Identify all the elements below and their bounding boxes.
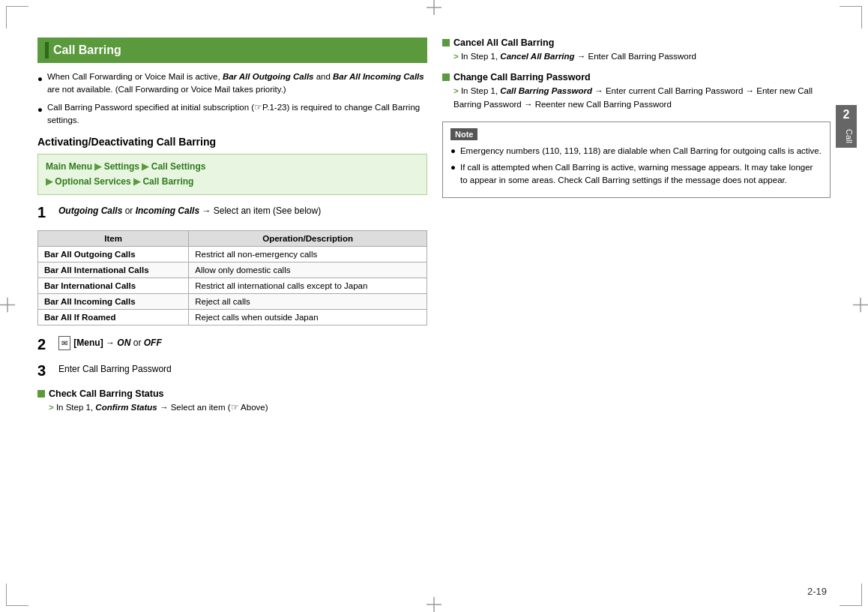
change-password-section: Change Call Barring Password > In Step 1…: [442, 72, 831, 111]
left-column: Call Barring ● When Call Forwarding or V…: [37, 38, 427, 582]
menu-icon: ✉: [58, 336, 70, 350]
side-mark-left: [0, 298, 15, 315]
step-2: 2 ✉ [Menu] → ON or OFF: [37, 336, 427, 353]
step-1: 1 Outgoing Calls or Incoming Calls → Sel…: [37, 204, 427, 221]
table-cell-desc-4: Reject all calls: [189, 293, 427, 309]
bullet-text-1: When Call Forwarding or Voice Mail is ac…: [47, 70, 427, 97]
table-cell-item-2: Bar All International Calls: [38, 262, 189, 278]
step-2-number: 2: [37, 336, 51, 353]
note-header: Note: [450, 128, 477, 140]
menu-path-optional: Optional Services: [55, 176, 130, 187]
right-column: Cancel All Call Barring > In Step 1, Can…: [442, 38, 831, 582]
table-header-operation: Operation/Description: [189, 230, 427, 246]
step-2-arrow: →: [106, 338, 117, 348]
table-row: Bar All International Calls Allow only d…: [38, 262, 427, 278]
step-3-number: 3: [37, 362, 51, 380]
bullet-dot-2: ●: [37, 104, 43, 128]
note-bullet-2: ●: [450, 161, 456, 188]
sq-bullet-check: [37, 390, 45, 398]
step-1-content: Outgoing Calls or Incoming Calls → Selec…: [58, 204, 427, 218]
bullet-text-2: Call Barring Password specified at initi…: [47, 101, 427, 128]
note-text-2: If call is attempted when Call Barring i…: [460, 161, 822, 188]
activating-heading: Activating/Deactivating Call Barring: [37, 136, 427, 148]
note-item-1: ● Emergency numbers (110, 119, 118) are …: [450, 145, 822, 158]
or-label-2: or: [133, 338, 144, 348]
change-password-title: Change Call Barring Password: [453, 72, 591, 82]
or-label-1: or: [125, 206, 136, 216]
page-container: 2 Call 2-19 Call Barring ● When Call For…: [0, 0, 868, 612]
note-bullet-1: ●: [450, 145, 456, 158]
change-password-content: > In Step 1, Call Barring Password → Ent…: [442, 85, 831, 111]
note-text-1: Emergency numbers (110, 119, 118) are di…: [460, 145, 822, 158]
table-cell-item-1: Bar All Outgoing Calls: [38, 246, 189, 262]
cancel-barring-header: Cancel All Call Barring: [442, 38, 831, 48]
table-row: Bar International Calls Restrict all int…: [38, 278, 427, 293]
cancel-barring-title: Cancel All Call Barring: [453, 38, 554, 48]
table-cell-desc-1: Restrict all non-emergency calls: [189, 246, 427, 262]
on-label: ON: [117, 338, 130, 348]
incoming-calls-label: Incoming Calls: [136, 206, 199, 216]
chapter-indicator: 2 Call: [836, 105, 857, 148]
corner-mark-br: [840, 584, 862, 606]
title-bar: Call Barring: [37, 38, 427, 63]
chapter-number: 2: [836, 105, 857, 124]
change-password-header: Change Call Barring Password: [442, 72, 831, 82]
cancel-barring-section: Cancel All Call Barring > In Step 1, Can…: [442, 38, 831, 63]
bullet-item-2: ● Call Barring Password specified at ini…: [37, 101, 427, 128]
corner-mark-tl: [6, 6, 28, 28]
table-row: Bar All Outgoing Calls Restrict all non-…: [38, 246, 427, 262]
table-cell-desc-2: Allow only domestic calls: [189, 262, 427, 278]
content-area: Call Barring ● When Call Forwarding or V…: [37, 38, 831, 582]
bullet-section: ● When Call Forwarding or Voice Mail is …: [37, 70, 427, 127]
table-cell-desc-5: Reject calls when outside Japan: [189, 309, 427, 325]
sq-bullet-change: [442, 74, 450, 81]
corner-mark-tr: [840, 6, 862, 28]
menu-path-call-barring: Call Barring: [142, 176, 193, 187]
note-box: Note ● Emergency numbers (110, 119, 118)…: [442, 122, 831, 198]
chapter-label: Call: [836, 124, 857, 148]
bullet-dot-1: ●: [37, 73, 43, 97]
check-status-section: Check Call Barring Status > In Step 1, C…: [37, 388, 427, 414]
step-1-number: 1: [37, 204, 51, 221]
menu-path-bar: Main Menu ▶ Settings ▶ Call Settings ▶ O…: [37, 154, 427, 195]
bullet-item-1: ● When Call Forwarding or Voice Mail is …: [37, 70, 427, 97]
cancel-barring-content: > In Step 1, Cancel All Barring → Enter …: [442, 50, 831, 63]
sq-bullet-cancel: [442, 39, 450, 46]
menu-path-main: Main Menu: [46, 161, 92, 172]
side-mark-right: [853, 298, 868, 315]
check-status-content: > In Step 1, Confirm Status → Select an …: [37, 401, 427, 414]
note-item-2: ● If call is attempted when Call Barring…: [450, 161, 822, 188]
title-accent: [45, 42, 49, 58]
table-header-item: Item: [38, 230, 189, 246]
center-mark-top: [427, 0, 441, 15]
step-3-content: Enter Call Barring Password: [58, 362, 427, 376]
table-cell-item-5: Bar All If Roamed: [38, 309, 189, 325]
menu-path-settings: Settings: [104, 161, 139, 172]
step-1-desc: Select an item (See below): [214, 206, 321, 216]
corner-mark-bl: [6, 584, 28, 606]
barring-table: Item Operation/Description Bar All Outgo…: [37, 230, 427, 326]
off-label: OFF: [144, 338, 162, 348]
step-3: 3 Enter Call Barring Password: [37, 362, 427, 380]
menu-label: [Menu]: [73, 338, 103, 348]
check-status-header: Check Call Barring Status: [37, 388, 427, 399]
table-row: Bar All If Roamed Reject calls when outs…: [38, 309, 427, 325]
step-2-content: ✉ [Menu] → ON or OFF: [58, 336, 427, 350]
table-cell-item-4: Bar All Incoming Calls: [38, 293, 189, 309]
check-status-title: Check Call Barring Status: [49, 388, 164, 399]
outgoing-calls-label: Outgoing Calls: [58, 206, 122, 216]
page-title: Call Barring: [53, 44, 121, 57]
table-cell-item-3: Bar International Calls: [38, 278, 189, 293]
table-cell-desc-3: Restrict all international calls except …: [189, 278, 427, 293]
menu-path-call-settings: Call Settings: [151, 161, 206, 172]
table-row: Bar All Incoming Calls Reject all calls: [38, 293, 427, 309]
page-number: 2-19: [807, 586, 827, 597]
arrow-1: →: [202, 206, 213, 216]
center-mark-bottom: [427, 597, 441, 612]
